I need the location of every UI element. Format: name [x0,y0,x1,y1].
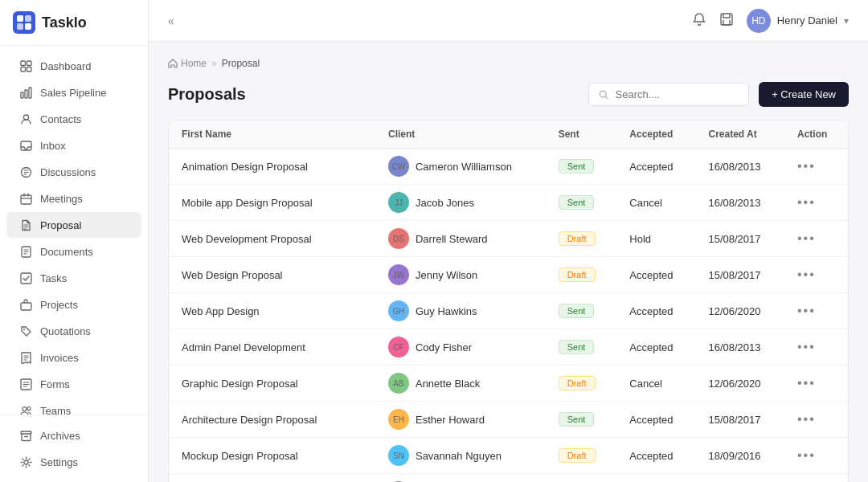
sidebar-item-inbox[interactable]: Inbox [6,133,141,158]
sidebar-item-meetings[interactable]: Meetings [6,186,141,211]
sidebar-item-sales-pipeline[interactable]: Sales Pipeline [6,80,141,105]
sidebar-item-tasks-label: Tasks [40,272,67,284]
client-avatar: GH [388,300,409,321]
action-menu-button[interactable]: ••• [797,159,816,173]
cell-sent: Draft [546,221,617,257]
cell-created-at: 12/06/2020 [695,366,784,402]
cell-client: SN Savannah Nguyen [375,438,546,474]
client-name: Cody Fisher [416,341,472,353]
table-row: Architecture Design Proposal EH Esther H… [169,402,848,438]
receipt-icon [19,351,32,364]
sidebar-item-dashboard-label: Dashboard [40,60,92,72]
cell-created-at: 16/08/2013 [695,329,784,366]
calendar-icon [19,192,32,205]
sidebar-bottom: Archives Settings [0,415,148,482]
save-icon[interactable] [719,12,734,30]
sidebar-item-archives[interactable]: Archives [6,423,141,448]
table-row: Web Development Proposal DS Darrell Stew… [169,221,848,257]
sidebar-item-teams[interactable]: Teams [6,398,141,415]
sidebar-item-contacts-label: Contacts [40,113,81,125]
sidebar-item-forms[interactable]: Forms [6,371,141,397]
notification-bell-icon[interactable] [692,12,706,30]
settings-icon [19,455,32,468]
sidebar-item-projects[interactable]: Projects [6,292,141,317]
client-name: Esther Howard [416,414,485,426]
breadcrumb-home[interactable]: Home [168,58,207,69]
sidebar-item-documents[interactable]: Documents [6,239,141,264]
sidebar-item-inbox-label: Inbox [40,140,66,152]
content-area: Home » Proposal Proposals + Create New F… [149,42,868,482]
svg-point-22 [27,406,31,410]
action-menu-button[interactable]: ••• [797,195,816,209]
inbox-icon [19,139,32,152]
sidebar-item-teams-label: Teams [40,405,71,415]
create-new-button[interactable]: + Create New [759,82,849,107]
user-name: Henry Daniel [777,14,837,27]
sidebar-item-contacts[interactable]: Contacts [6,106,141,132]
sidebar-item-settings[interactable]: Settings [6,449,141,475]
svg-rect-17 [21,273,31,284]
action-menu-button[interactable]: ••• [797,340,816,353]
sent-badge: Draft [559,376,596,390]
sent-badge: Sent [559,412,595,427]
svg-rect-30 [721,14,732,25]
svg-point-29 [24,460,28,464]
sent-badge: Draft [559,448,596,463]
collapse-sidebar-button[interactable]: « [168,14,174,27]
cell-accepted: Accepted [616,149,695,185]
form-icon [19,378,32,390]
grid-icon [19,59,32,72]
sent-badge: Sent [559,340,595,354]
sent-badge: Sent [559,304,595,318]
cell-sent: Draft [546,366,617,402]
action-menu-button[interactable]: ••• [797,376,816,390]
cell-created-at: 18/09/2016 [695,438,784,474]
action-menu-button[interactable]: ••• [797,231,816,245]
header-left: « [168,14,174,27]
sent-badge: Draft [559,231,596,246]
breadcrumb: Home » Proposal [168,58,849,69]
action-menu-button[interactable]: ••• [797,268,816,281]
cell-client: CW Cameron Williamson [375,149,546,185]
sidebar-item-tasks[interactable]: Tasks [6,265,141,291]
chat-icon [19,165,32,178]
table-row: Web Design Proposal JW Jenny Wilson Draf… [169,257,848,293]
cell-action: ••• [784,149,848,185]
client-avatar: CW [388,156,409,177]
sidebar-item-invoices[interactable]: Invoices [6,345,141,370]
table-header-row: First Name Client Sent Accepted Created … [169,120,848,149]
sidebar-item-quotations[interactable]: Quotations [6,318,141,344]
action-menu-button[interactable]: ••• [797,448,816,462]
cell-client: GH Guy Hawkins [375,293,546,329]
sidebar-item-discussions[interactable]: Discussions [6,159,141,185]
cell-client: AM Arlene McCoy [375,474,546,483]
svg-rect-3 [17,23,23,30]
sent-badge: Sent [559,159,595,174]
cell-name: Animation Design Proposal [169,149,375,185]
svg-rect-1 [17,15,23,22]
cell-accepted: Accepted [616,257,695,293]
cell-name: Architecture Design Proposal [169,402,375,438]
app-logo-icon [13,11,35,34]
search-input[interactable] [616,88,739,100]
client-name: Jacob Jones [416,197,474,209]
user-menu[interactable]: HD Henry Daniel ▾ [747,9,849,33]
chevron-down-icon: ▾ [844,15,849,27]
action-menu-button[interactable]: ••• [797,412,816,426]
cell-name: Creative Agency Design Proposal [169,474,375,483]
page-title: Proposals [168,85,246,104]
cell-accepted: Cancel [616,474,695,483]
logo-area: Tasklo [0,0,148,46]
col-client: Client [375,120,546,149]
cell-accepted: Accepted [616,438,695,474]
sidebar-item-proposal[interactable]: Proposal [6,212,141,238]
client-name: Annette Black [416,378,480,390]
sidebar-item-dashboard[interactable]: Dashboard [6,53,141,79]
main-area: « HD Henry Daniel ▾ Home » Proposal [149,0,868,482]
col-accepted: Accepted [616,120,695,149]
cell-action: ••• [784,185,848,221]
sidebar-item-archives-label: Archives [40,430,80,442]
search-box[interactable] [588,83,749,106]
action-menu-button[interactable]: ••• [797,304,816,317]
cell-action: ••• [784,402,848,438]
